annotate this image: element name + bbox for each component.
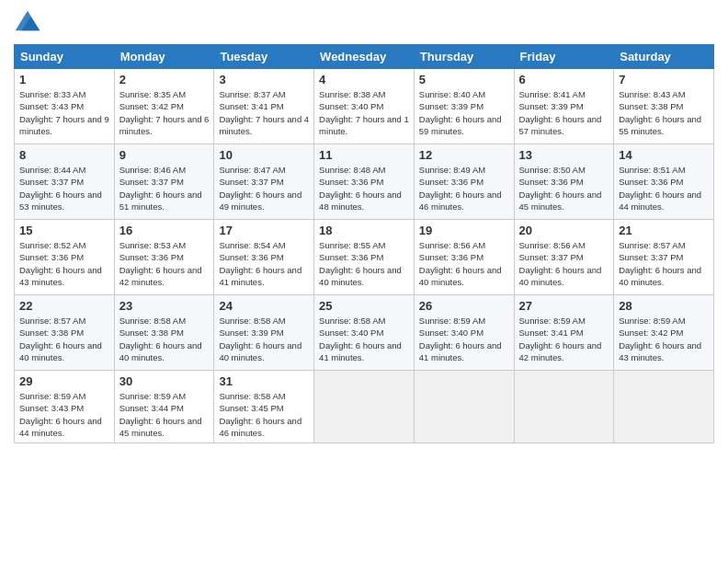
table-row: 7Sunrise: 8:43 AMSunset: 3:38 PMDaylight…	[614, 69, 714, 144]
day-info: Sunrise: 8:48 AMSunset: 3:36 PMDaylight:…	[319, 164, 409, 213]
day-number: 18	[319, 224, 409, 237]
day-number: 24	[219, 299, 309, 313]
day-number: 17	[219, 224, 309, 237]
table-row: 16Sunrise: 8:53 AMSunset: 3:36 PMDayligh…	[114, 220, 214, 295]
logo-icon	[14, 9, 41, 37]
day-info: Sunrise: 8:44 AMSunset: 3:37 PMDaylight:…	[19, 164, 109, 213]
table-row: 29Sunrise: 8:59 AMSunset: 3:43 PMDayligh…	[15, 371, 115, 443]
day-number: 21	[619, 224, 709, 237]
day-number: 5	[419, 73, 509, 86]
table-row: 18Sunrise: 8:55 AMSunset: 3:36 PMDayligh…	[314, 220, 415, 295]
day-info: Sunrise: 8:38 AMSunset: 3:40 PMDaylight:…	[319, 88, 409, 137]
day-number: 13	[519, 148, 609, 162]
day-number: 23	[119, 299, 210, 313]
day-number: 9	[119, 148, 210, 162]
table-row: 24Sunrise: 8:58 AMSunset: 3:39 PMDayligh…	[214, 295, 314, 371]
col-friday: Friday	[514, 45, 614, 69]
day-info: Sunrise: 8:58 AMSunset: 3:38 PMDaylight:…	[119, 315, 210, 363]
col-thursday: Thursday	[414, 45, 514, 69]
day-number: 27	[519, 299, 609, 313]
day-number: 28	[619, 299, 709, 313]
day-number: 22	[19, 299, 109, 313]
table-row: 2Sunrise: 8:35 AMSunset: 3:42 PMDaylight…	[114, 69, 214, 144]
day-number: 3	[219, 73, 309, 86]
table-row: 28Sunrise: 8:59 AMSunset: 3:42 PMDayligh…	[614, 295, 714, 371]
calendar-page: Sunday Monday Tuesday Wednesday Thursday…	[0, 0, 728, 563]
calendar-week-1: 1Sunrise: 8:33 AMSunset: 3:43 PMDaylight…	[15, 69, 714, 144]
table-row	[514, 371, 614, 443]
table-row: 30Sunrise: 8:59 AMSunset: 3:44 PMDayligh…	[114, 371, 214, 443]
table-row: 8Sunrise: 8:44 AMSunset: 3:37 PMDaylight…	[15, 144, 115, 220]
day-info: Sunrise: 8:53 AMSunset: 3:36 PMDaylight:…	[119, 239, 210, 288]
col-saturday: Saturday	[614, 45, 714, 69]
day-info: Sunrise: 8:58 AMSunset: 3:40 PMDaylight:…	[319, 315, 409, 363]
day-number: 31	[219, 374, 309, 388]
day-number: 7	[619, 73, 709, 86]
table-row: 20Sunrise: 8:56 AMSunset: 3:37 PMDayligh…	[514, 220, 614, 295]
day-info: Sunrise: 8:59 AMSunset: 3:41 PMDaylight:…	[519, 315, 609, 363]
day-number: 6	[519, 73, 609, 86]
day-number: 19	[419, 224, 509, 237]
col-sunday: Sunday	[15, 45, 115, 69]
day-info: Sunrise: 8:49 AMSunset: 3:36 PMDaylight:…	[419, 164, 509, 213]
day-info: Sunrise: 8:58 AMSunset: 3:39 PMDaylight:…	[219, 315, 309, 363]
day-number: 16	[119, 224, 210, 237]
day-info: Sunrise: 8:50 AMSunset: 3:36 PMDaylight:…	[519, 164, 609, 213]
day-number: 26	[419, 299, 509, 313]
table-row: 13Sunrise: 8:50 AMSunset: 3:36 PMDayligh…	[514, 144, 614, 220]
table-row: 3Sunrise: 8:37 AMSunset: 3:41 PMDaylight…	[214, 69, 314, 144]
calendar-week-3: 15Sunrise: 8:52 AMSunset: 3:36 PMDayligh…	[15, 220, 714, 295]
day-number: 15	[19, 224, 109, 237]
calendar-week-4: 22Sunrise: 8:57 AMSunset: 3:38 PMDayligh…	[15, 295, 714, 371]
day-info: Sunrise: 8:57 AMSunset: 3:38 PMDaylight:…	[19, 315, 109, 363]
day-number: 10	[219, 148, 309, 162]
col-tuesday: Tuesday	[214, 45, 314, 69]
table-row: 26Sunrise: 8:59 AMSunset: 3:40 PMDayligh…	[414, 295, 514, 371]
day-info: Sunrise: 8:47 AMSunset: 3:37 PMDaylight:…	[219, 164, 309, 213]
day-info: Sunrise: 8:55 AMSunset: 3:36 PMDaylight:…	[319, 239, 409, 288]
day-info: Sunrise: 8:57 AMSunset: 3:37 PMDaylight:…	[619, 239, 709, 288]
day-number: 25	[319, 299, 409, 313]
day-number: 29	[19, 374, 109, 388]
calendar-header-row: Sunday Monday Tuesday Wednesday Thursday…	[15, 45, 714, 69]
table-row: 25Sunrise: 8:58 AMSunset: 3:40 PMDayligh…	[314, 295, 415, 371]
table-row: 12Sunrise: 8:49 AMSunset: 3:36 PMDayligh…	[414, 144, 514, 220]
day-info: Sunrise: 8:54 AMSunset: 3:36 PMDaylight:…	[219, 239, 309, 288]
table-row: 10Sunrise: 8:47 AMSunset: 3:37 PMDayligh…	[214, 144, 314, 220]
calendar-week-2: 8Sunrise: 8:44 AMSunset: 3:37 PMDaylight…	[15, 144, 714, 220]
day-info: Sunrise: 8:59 AMSunset: 3:44 PMDaylight:…	[119, 390, 210, 439]
day-info: Sunrise: 8:41 AMSunset: 3:39 PMDaylight:…	[519, 88, 609, 137]
col-monday: Monday	[114, 45, 214, 69]
table-row: 15Sunrise: 8:52 AMSunset: 3:36 PMDayligh…	[15, 220, 115, 295]
table-row	[614, 371, 714, 443]
table-row: 21Sunrise: 8:57 AMSunset: 3:37 PMDayligh…	[614, 220, 714, 295]
day-info: Sunrise: 8:56 AMSunset: 3:37 PMDaylight:…	[519, 239, 609, 288]
table-row	[314, 371, 415, 443]
day-number: 8	[19, 148, 109, 162]
page-header	[14, 9, 714, 37]
calendar-week-5: 29Sunrise: 8:59 AMSunset: 3:43 PMDayligh…	[15, 371, 714, 443]
table-row: 6Sunrise: 8:41 AMSunset: 3:39 PMDaylight…	[514, 69, 614, 144]
day-info: Sunrise: 8:35 AMSunset: 3:42 PMDaylight:…	[119, 88, 210, 137]
day-info: Sunrise: 8:33 AMSunset: 3:43 PMDaylight:…	[19, 88, 109, 137]
day-info: Sunrise: 8:51 AMSunset: 3:36 PMDaylight:…	[619, 164, 709, 213]
table-row: 27Sunrise: 8:59 AMSunset: 3:41 PMDayligh…	[514, 295, 614, 371]
day-number: 30	[119, 374, 210, 388]
day-number: 11	[319, 148, 409, 162]
table-row: 31Sunrise: 8:58 AMSunset: 3:45 PMDayligh…	[214, 371, 314, 443]
day-info: Sunrise: 8:37 AMSunset: 3:41 PMDaylight:…	[219, 88, 309, 137]
day-info: Sunrise: 8:58 AMSunset: 3:45 PMDaylight:…	[219, 390, 309, 439]
col-wednesday: Wednesday	[314, 45, 415, 69]
day-info: Sunrise: 8:40 AMSunset: 3:39 PMDaylight:…	[419, 88, 509, 137]
table-row: 17Sunrise: 8:54 AMSunset: 3:36 PMDayligh…	[214, 220, 314, 295]
day-number: 1	[19, 73, 109, 86]
day-info: Sunrise: 8:46 AMSunset: 3:37 PMDaylight:…	[119, 164, 210, 213]
day-number: 14	[619, 148, 709, 162]
day-info: Sunrise: 8:59 AMSunset: 3:43 PMDaylight:…	[19, 390, 109, 439]
day-number: 20	[519, 224, 609, 237]
table-row: 9Sunrise: 8:46 AMSunset: 3:37 PMDaylight…	[114, 144, 214, 220]
table-row: 23Sunrise: 8:58 AMSunset: 3:38 PMDayligh…	[114, 295, 214, 371]
table-row: 11Sunrise: 8:48 AMSunset: 3:36 PMDayligh…	[314, 144, 415, 220]
calendar-table: Sunday Monday Tuesday Wednesday Thursday…	[14, 44, 714, 443]
day-info: Sunrise: 8:56 AMSunset: 3:36 PMDaylight:…	[419, 239, 509, 288]
